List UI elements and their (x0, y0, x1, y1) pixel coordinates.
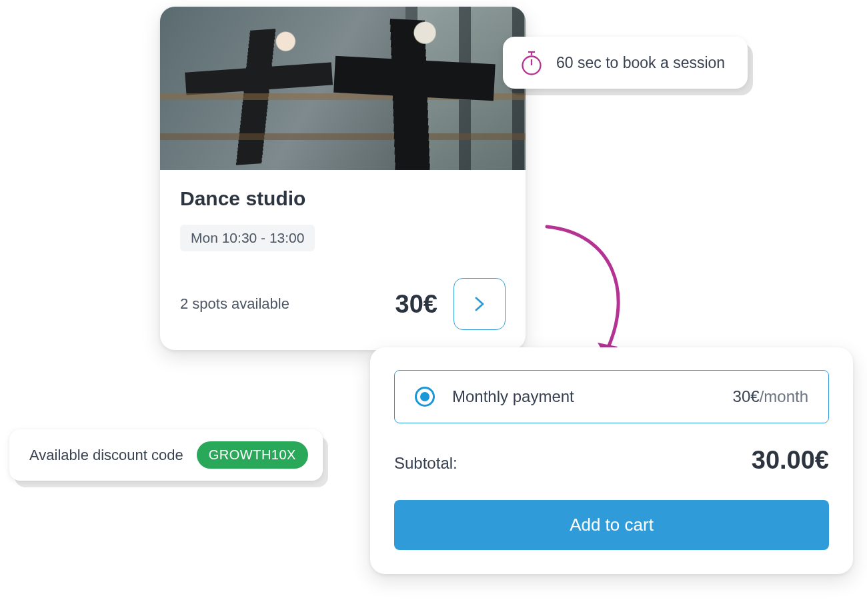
stopwatch-icon (520, 50, 543, 75)
payment-option-monthly[interactable]: Monthly payment 30€/month (394, 370, 829, 423)
callout-text: 60 sec to book a session (556, 54, 725, 72)
product-card: Dance studio Mon 10:30 - 13:00 2 spots a… (160, 7, 526, 350)
subtotal-value: 30.00€ (752, 446, 829, 475)
availability-text: 2 spots available (180, 295, 379, 313)
discount-label: Available discount code (29, 447, 183, 464)
payment-option-label: Monthly payment (452, 387, 716, 406)
payment-option-price: 30€/month (733, 387, 808, 406)
subtotal-label: Subtotal: (394, 454, 458, 473)
booking-speed-callout: 60 sec to book a session (503, 37, 748, 89)
schedule-pill: Mon 10:30 - 13:00 (180, 225, 315, 251)
view-session-button[interactable] (454, 278, 506, 330)
product-price: 30€ (395, 290, 438, 319)
add-to-cart-button[interactable]: Add to cart (394, 500, 829, 550)
chevron-right-icon (475, 297, 484, 311)
discount-callout: Available discount code GROWTH10X (9, 429, 323, 481)
product-image (160, 7, 526, 170)
checkout-card: Monthly payment 30€/month Subtotal: 30.0… (370, 347, 853, 574)
discount-code-badge[interactable]: GROWTH10X (197, 441, 308, 469)
radio-selected-icon (415, 387, 435, 407)
product-title: Dance studio (180, 187, 506, 210)
